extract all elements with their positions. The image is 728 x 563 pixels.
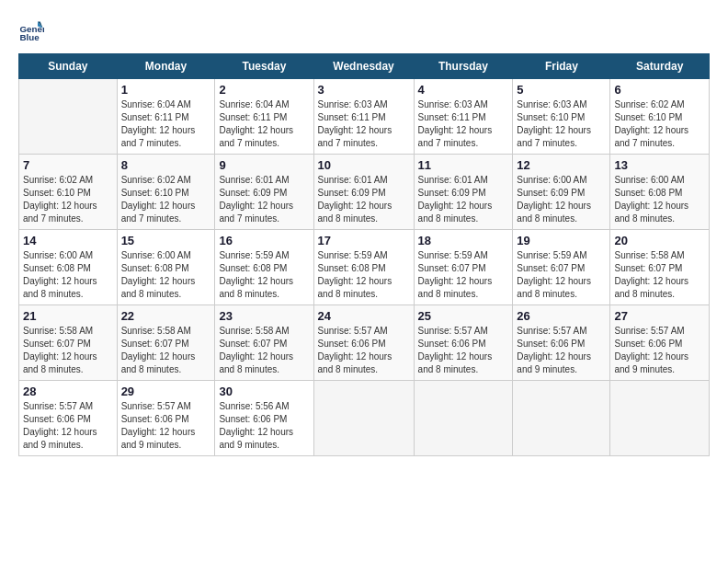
- day-number: 30: [219, 385, 309, 398]
- day-number: 13: [614, 158, 705, 172]
- calendar-cell: 6Sunrise: 6:02 AM Sunset: 6:10 PM Daylig…: [610, 79, 710, 155]
- day-number: 5: [517, 83, 606, 97]
- calendar-cell: 30Sunrise: 5:56 AM Sunset: 6:06 PM Dayli…: [215, 381, 313, 456]
- calendar-cell: 3Sunrise: 6:03 AM Sunset: 6:11 PM Daylig…: [313, 79, 414, 155]
- day-number: 17: [318, 234, 410, 247]
- day-number: 7: [23, 158, 113, 172]
- calendar-cell: 26Sunrise: 5:57 AM Sunset: 6:06 PM Dayli…: [513, 305, 610, 381]
- day-number: 26: [517, 309, 606, 323]
- day-info: Sunrise: 6:02 AM Sunset: 6:10 PM Dayligh…: [614, 98, 705, 150]
- day-info: Sunrise: 5:57 AM Sunset: 6:06 PM Dayligh…: [418, 325, 509, 376]
- day-header-sunday: Sunday: [19, 54, 118, 79]
- day-info: Sunrise: 5:59 AM Sunset: 6:08 PM Dayligh…: [219, 249, 309, 301]
- day-info: Sunrise: 6:02 AM Sunset: 6:10 PM Dayligh…: [23, 174, 113, 225]
- day-number: 15: [121, 234, 211, 247]
- calendar-header-row: SundayMondayTuesdayWednesdayThursdayFrid…: [19, 54, 710, 79]
- calendar-cell: 16Sunrise: 5:59 AM Sunset: 6:08 PM Dayli…: [215, 230, 313, 305]
- calendar-cell: 29Sunrise: 5:57 AM Sunset: 6:06 PM Dayli…: [117, 381, 215, 456]
- day-info: Sunrise: 6:04 AM Sunset: 6:11 PM Dayligh…: [219, 98, 309, 150]
- calendar-cell: 1Sunrise: 6:04 AM Sunset: 6:11 PM Daylig…: [117, 79, 215, 155]
- day-info: Sunrise: 6:00 AM Sunset: 6:09 PM Dayligh…: [517, 174, 606, 225]
- day-info: Sunrise: 6:00 AM Sunset: 6:08 PM Dayligh…: [614, 174, 705, 225]
- day-number: 12: [517, 158, 606, 172]
- day-info: Sunrise: 6:04 AM Sunset: 6:11 PM Dayligh…: [121, 98, 211, 150]
- day-info: Sunrise: 5:59 AM Sunset: 6:08 PM Dayligh…: [318, 249, 410, 301]
- calendar-table: SundayMondayTuesdayWednesdayThursdayFrid…: [18, 53, 710, 456]
- day-info: Sunrise: 6:01 AM Sunset: 6:09 PM Dayligh…: [318, 174, 410, 225]
- day-number: 27: [614, 309, 705, 323]
- day-header-tuesday: Tuesday: [215, 54, 313, 79]
- day-number: 24: [318, 309, 410, 323]
- calendar-cell: 15Sunrise: 6:00 AM Sunset: 6:08 PM Dayli…: [117, 230, 215, 305]
- calendar-cell: 11Sunrise: 6:01 AM Sunset: 6:09 PM Dayli…: [414, 155, 513, 230]
- day-info: Sunrise: 6:00 AM Sunset: 6:08 PM Dayligh…: [23, 249, 113, 301]
- calendar-cell: 20Sunrise: 5:58 AM Sunset: 6:07 PM Dayli…: [610, 230, 710, 305]
- day-header-monday: Monday: [117, 54, 215, 79]
- calendar-cell: [610, 381, 710, 456]
- calendar-cell: 9Sunrise: 6:01 AM Sunset: 6:09 PM Daylig…: [215, 155, 313, 230]
- day-info: Sunrise: 6:02 AM Sunset: 6:10 PM Dayligh…: [121, 174, 211, 225]
- day-info: Sunrise: 5:58 AM Sunset: 6:07 PM Dayligh…: [121, 325, 211, 376]
- day-number: 2: [219, 83, 309, 97]
- calendar-week-2: 7Sunrise: 6:02 AM Sunset: 6:10 PM Daylig…: [19, 155, 710, 230]
- calendar-cell: 8Sunrise: 6:02 AM Sunset: 6:10 PM Daylig…: [117, 155, 215, 230]
- calendar-cell: [19, 79, 118, 155]
- calendar-week-5: 28Sunrise: 5:57 AM Sunset: 6:06 PM Dayli…: [19, 381, 710, 456]
- day-number: 4: [418, 83, 509, 97]
- calendar-cell: 27Sunrise: 5:57 AM Sunset: 6:06 PM Dayli…: [610, 305, 710, 381]
- calendar-cell: [414, 381, 513, 456]
- day-header-saturday: Saturday: [610, 54, 710, 79]
- day-number: 23: [219, 309, 309, 323]
- day-header-friday: Friday: [513, 54, 610, 79]
- calendar-cell: 28Sunrise: 5:57 AM Sunset: 6:06 PM Dayli…: [19, 381, 118, 456]
- day-header-thursday: Thursday: [414, 54, 513, 79]
- day-info: Sunrise: 6:01 AM Sunset: 6:09 PM Dayligh…: [219, 174, 309, 225]
- calendar-cell: 22Sunrise: 5:58 AM Sunset: 6:07 PM Dayli…: [117, 305, 215, 381]
- day-header-wednesday: Wednesday: [313, 54, 414, 79]
- day-info: Sunrise: 6:01 AM Sunset: 6:09 PM Dayligh…: [418, 174, 509, 225]
- day-info: Sunrise: 5:57 AM Sunset: 6:06 PM Dayligh…: [318, 325, 410, 376]
- day-info: Sunrise: 5:56 AM Sunset: 6:06 PM Dayligh…: [219, 400, 309, 452]
- calendar-cell: 24Sunrise: 5:57 AM Sunset: 6:06 PM Dayli…: [313, 305, 414, 381]
- day-number: 6: [614, 83, 705, 97]
- day-number: 16: [219, 234, 309, 247]
- calendar-week-4: 21Sunrise: 5:58 AM Sunset: 6:07 PM Dayli…: [19, 305, 710, 381]
- day-number: 29: [121, 385, 211, 398]
- calendar-cell: 10Sunrise: 6:01 AM Sunset: 6:09 PM Dayli…: [313, 155, 414, 230]
- calendar-cell: 23Sunrise: 5:58 AM Sunset: 6:07 PM Dayli…: [215, 305, 313, 381]
- day-number: 3: [318, 83, 410, 97]
- day-info: Sunrise: 6:03 AM Sunset: 6:11 PM Dayligh…: [318, 98, 410, 150]
- day-info: Sunrise: 5:58 AM Sunset: 6:07 PM Dayligh…: [23, 325, 113, 376]
- day-info: Sunrise: 5:57 AM Sunset: 6:06 PM Dayligh…: [614, 325, 705, 376]
- day-info: Sunrise: 5:57 AM Sunset: 6:06 PM Dayligh…: [23, 400, 113, 452]
- day-info: Sunrise: 6:03 AM Sunset: 6:11 PM Dayligh…: [418, 98, 509, 150]
- page-header: General Blue: [18, 18, 710, 44]
- day-number: 18: [418, 234, 509, 247]
- day-number: 22: [121, 309, 211, 323]
- calendar-cell: 18Sunrise: 5:59 AM Sunset: 6:07 PM Dayli…: [414, 230, 513, 305]
- day-info: Sunrise: 5:58 AM Sunset: 6:07 PM Dayligh…: [219, 325, 309, 376]
- day-info: Sunrise: 5:59 AM Sunset: 6:07 PM Dayligh…: [517, 249, 606, 301]
- calendar-cell: 4Sunrise: 6:03 AM Sunset: 6:11 PM Daylig…: [414, 79, 513, 155]
- calendar-cell: 13Sunrise: 6:00 AM Sunset: 6:08 PM Dayli…: [610, 155, 710, 230]
- day-info: Sunrise: 6:03 AM Sunset: 6:10 PM Dayligh…: [517, 98, 606, 150]
- day-number: 20: [614, 234, 705, 247]
- calendar-cell: 5Sunrise: 6:03 AM Sunset: 6:10 PM Daylig…: [513, 79, 610, 155]
- calendar-cell: 12Sunrise: 6:00 AM Sunset: 6:09 PM Dayli…: [513, 155, 610, 230]
- calendar-cell: 14Sunrise: 6:00 AM Sunset: 6:08 PM Dayli…: [19, 230, 118, 305]
- calendar-week-1: 1Sunrise: 6:04 AM Sunset: 6:11 PM Daylig…: [19, 79, 710, 155]
- day-number: 8: [121, 158, 211, 172]
- calendar-cell: 21Sunrise: 5:58 AM Sunset: 6:07 PM Dayli…: [19, 305, 118, 381]
- calendar-cell: 7Sunrise: 6:02 AM Sunset: 6:10 PM Daylig…: [19, 155, 118, 230]
- logo-icon: General Blue: [18, 18, 44, 44]
- calendar-week-3: 14Sunrise: 6:00 AM Sunset: 6:08 PM Dayli…: [19, 230, 710, 305]
- logo: General Blue: [18, 18, 48, 44]
- day-number: 9: [219, 158, 309, 172]
- day-info: Sunrise: 5:57 AM Sunset: 6:06 PM Dayligh…: [517, 325, 606, 376]
- calendar-cell: [513, 381, 610, 456]
- day-number: 14: [23, 234, 113, 247]
- day-number: 1: [121, 83, 211, 97]
- day-info: Sunrise: 5:59 AM Sunset: 6:07 PM Dayligh…: [418, 249, 509, 301]
- day-info: Sunrise: 5:57 AM Sunset: 6:06 PM Dayligh…: [121, 400, 211, 452]
- day-number: 10: [318, 158, 410, 172]
